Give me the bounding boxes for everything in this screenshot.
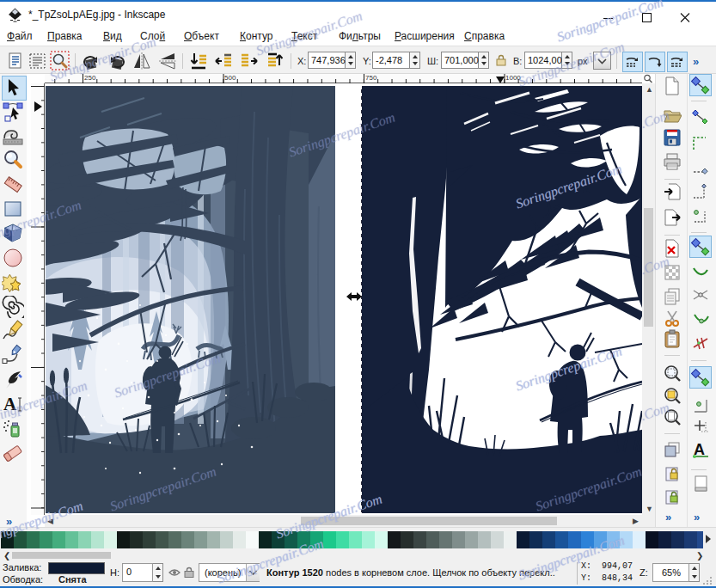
svg-text:A: A: [3, 394, 17, 414]
